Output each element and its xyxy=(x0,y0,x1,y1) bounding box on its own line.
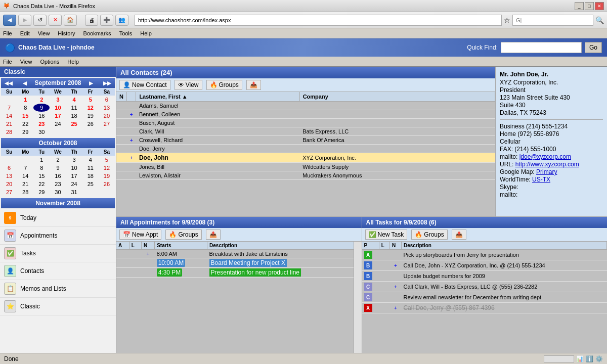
task-export-button[interactable]: 📤 xyxy=(452,230,466,240)
view-button[interactable]: 👁 View xyxy=(175,80,202,90)
settings-icon: ⚙️ xyxy=(595,355,603,362)
contact-row[interactable]: Jones, Bill Wildcatters Supply xyxy=(116,163,495,171)
reload-button[interactable]: ↺ xyxy=(33,15,47,26)
appointments-table: A L N Starts Description + xyxy=(116,242,362,278)
classic-icon: ⭐ xyxy=(4,300,16,312)
task-groups-button[interactable]: 🔥 Groups xyxy=(411,230,447,240)
contact-row[interactable]: Adams, Samuel xyxy=(116,102,495,110)
sidebar-item-today[interactable]: 9 Today xyxy=(0,209,116,227)
browser-menu-help[interactable]: Help xyxy=(140,30,152,36)
appt-groups-button[interactable]: 🔥 Groups xyxy=(165,230,201,240)
browser-menu-edit[interactable]: Edit xyxy=(20,30,30,36)
go-button[interactable]: Go xyxy=(585,42,602,53)
company-cell xyxy=(299,110,495,119)
contact-email-link[interactable]: jdoe@xyzcorp.com xyxy=(519,153,571,160)
contact-row[interactable]: Clark, Will Bats Express, LLC xyxy=(116,127,495,136)
company-cell: Bank Of America xyxy=(299,136,495,145)
print-button[interactable]: 🖨 xyxy=(85,15,98,26)
tasks-content: P L N Description A Pick up st xyxy=(362,242,608,353)
cal-prev-prev[interactable]: ◀◀ xyxy=(3,80,15,86)
task-row-strikethrough[interactable]: X + Call Doe, Jerry @ (555) 867-4396 xyxy=(362,303,607,313)
cal-prev[interactable]: ◀ xyxy=(21,80,29,86)
app-menu-file[interactable]: File xyxy=(3,59,12,65)
new-contact-label: New Contact xyxy=(132,81,167,88)
app-menu-options[interactable]: Options xyxy=(40,59,59,65)
contact-row[interactable]: + Bennett, Colleen xyxy=(116,110,495,119)
app-menu-help[interactable]: Help xyxy=(67,59,79,65)
task-row[interactable]: C + Call Clark, Will - Bats Express, LLC… xyxy=(362,282,607,292)
appt-row-green[interactable]: 4:30 PM Presentation for new product lin… xyxy=(116,268,361,278)
maximize-button[interactable]: □ xyxy=(585,2,594,10)
col-name[interactable]: Lastname, First ▲ xyxy=(136,92,299,102)
browser-navbar: ◀ ▶ ↺ ✕ 🏠 🖨 ➕ 👥 ☆ 🔍 xyxy=(0,12,607,28)
contact-row[interactable]: Lewiston, Alistair Muckrakers Anonymous xyxy=(116,171,495,180)
star-icon[interactable]: ☆ xyxy=(504,16,510,24)
name-cell: Jones, Bill xyxy=(136,163,299,171)
new-appt-button[interactable]: 📅 New Appt xyxy=(119,230,161,240)
view-icon: 👁 xyxy=(178,81,184,88)
task-row[interactable]: A Pick up storyboards from Jerry for pre… xyxy=(362,250,607,260)
sidebar-item-tasks[interactable]: ✅ Tasks xyxy=(0,245,116,262)
worldtime-link[interactable]: US-TX xyxy=(532,176,550,183)
groups-button[interactable]: 🔥 Groups xyxy=(206,80,242,90)
contacts-header: All Contacts (24) xyxy=(116,67,495,78)
stop-button[interactable]: ✕ xyxy=(49,15,62,26)
appointments-content: A L N Starts Description + xyxy=(116,242,362,353)
company-cell: Wildcatters Supply xyxy=(299,163,495,171)
contacts-toolbar: 👤 New Contact 👁 View 🔥 Groups 📤 xyxy=(116,78,495,92)
google-map-link[interactable]: Primary xyxy=(536,168,557,175)
browser-menu-bookmarks[interactable]: Bookmarks xyxy=(83,30,111,36)
sidebar-item-memos[interactable]: 📋 Memos and Lists xyxy=(0,280,116,298)
minimize-button[interactable]: _ xyxy=(575,2,584,10)
contact-fax: FAX: (214) 555-1000 xyxy=(500,146,603,153)
app-menu-view[interactable]: View xyxy=(20,59,32,65)
close-button[interactable]: ✕ xyxy=(595,2,604,10)
search-input[interactable] xyxy=(512,15,593,26)
back-button[interactable]: ◀ xyxy=(3,15,16,26)
appointments-toolbar: 📅 New Appt 🔥 Groups 📤 xyxy=(116,228,362,242)
browser-menu-history[interactable]: History xyxy=(58,30,75,36)
appt-scrollbar[interactable] xyxy=(354,242,362,353)
search-icon[interactable]: 🔍 xyxy=(595,16,604,24)
url-input[interactable] xyxy=(135,15,502,26)
sidebar-section-label: Classic xyxy=(0,67,116,77)
forward-button[interactable]: ▶ xyxy=(18,15,31,26)
new-appt-label: New Appt xyxy=(132,231,158,238)
app-header: 🔵 Chaos Data Live - johndoe Quick Find: … xyxy=(0,38,607,57)
contact-row[interactable]: + Croswell, Richard Bank Of America xyxy=(116,136,495,145)
new-contact-icon: 👤 xyxy=(123,81,131,88)
appt-row-blue[interactable]: 10:00 AM Board Meeting for Project X xyxy=(116,258,361,268)
people-button[interactable]: 👥 xyxy=(115,15,128,26)
sidebar-item-appointments[interactable]: 📅 Appointments xyxy=(0,227,116,245)
task-row[interactable]: B + Call Doe, John - XYZ Corporation, In… xyxy=(362,260,607,271)
home-button[interactable]: 🏠 xyxy=(64,15,77,26)
main-container: Classic ◀◀ ◀ September 2008 ▶ ▶▶ SuMoTuW… xyxy=(0,67,607,353)
browser-menu-file[interactable]: File xyxy=(3,30,12,36)
quick-find-input[interactable] xyxy=(501,42,582,53)
col-company[interactable]: Company xyxy=(299,92,495,102)
today-icon: 9 xyxy=(4,212,16,224)
appt-row[interactable]: + 8:00 AM Breakfast with Jake at Einstei… xyxy=(116,250,361,258)
contact-row-selected[interactable]: + Doe, John XYZ Corporation, Inc. xyxy=(116,153,495,163)
contacts-panel: All Contacts (24) 👤 New Contact 👁 View 🔥… xyxy=(116,67,607,216)
browser-menu-tools[interactable]: Tools xyxy=(119,30,133,36)
add-button[interactable]: ➕ xyxy=(100,15,113,26)
today-label: Today xyxy=(20,214,36,221)
export-button[interactable]: 📤 xyxy=(246,80,261,90)
contact-url-link[interactable]: http://www.xyzcorp.com xyxy=(515,161,579,168)
cal-next[interactable]: ▶ xyxy=(87,80,95,86)
sidebar-item-classic[interactable]: ⭐ Classic xyxy=(0,298,116,315)
task-row[interactable]: C Review email newsletter for December f… xyxy=(362,292,607,303)
browser-favicon: 🦊 xyxy=(3,3,10,9)
contact-row[interactable]: Busch, August xyxy=(116,119,495,127)
task-row[interactable]: B Update budget numbers for 2009 xyxy=(362,271,607,282)
contact-row[interactable]: Doe, Jerry xyxy=(116,145,495,153)
sidebar-item-contacts[interactable]: 👤 Contacts xyxy=(0,262,116,280)
cal-next-next[interactable]: ▶▶ xyxy=(101,80,113,86)
appt-export-button[interactable]: 📤 xyxy=(206,230,221,240)
browser-menu-view[interactable]: View xyxy=(38,30,50,36)
chart-icon: 📊 xyxy=(576,355,584,362)
new-task-button[interactable]: ✅ New Task xyxy=(365,230,408,240)
new-contact-button[interactable]: 👤 New Contact xyxy=(119,80,170,90)
tasks-label: Tasks xyxy=(20,250,36,257)
